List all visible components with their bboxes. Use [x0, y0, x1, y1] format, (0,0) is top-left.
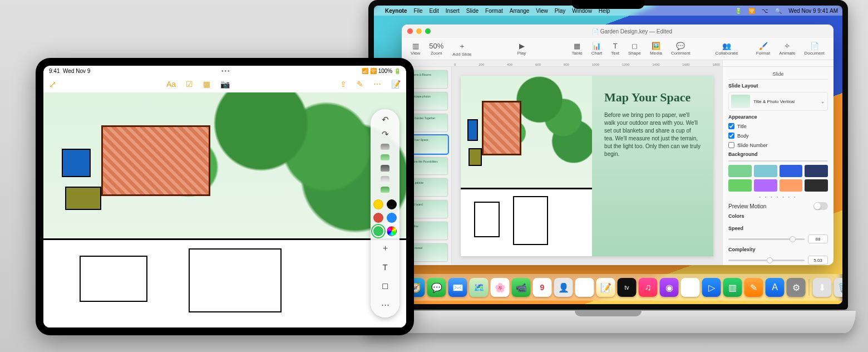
slide-image[interactable]	[461, 76, 592, 256]
view-button[interactable]: ▥View	[407, 42, 423, 56]
shape-button[interactable]: ◻︎Shape	[625, 42, 644, 56]
format-button[interactable]: 🖌️Format	[753, 42, 773, 56]
marker-tool[interactable]	[381, 154, 389, 160]
current-slide[interactable]: Map Your Space Before we bring pen to pa…	[461, 76, 713, 256]
seg-standard[interactable]: Standard	[729, 161, 778, 162]
menu-insert[interactable]: Insert	[446, 8, 460, 14]
menu-play[interactable]: Play	[555, 8, 565, 14]
menu-format[interactable]: Format	[485, 8, 503, 14]
dock-keynote-icon[interactable]: ▷	[702, 278, 721, 297]
menubar-clock[interactable]: Wed Nov 9 9:41 AM	[788, 8, 838, 14]
table-icon[interactable]: ▦	[203, 80, 210, 89]
dock-facetime-icon[interactable]: 📹	[512, 278, 531, 297]
dock-tv-icon[interactable]: tv	[618, 278, 637, 297]
multitask-dots[interactable]: •••	[221, 68, 231, 74]
dock-appstore-icon[interactable]: A	[766, 278, 785, 297]
dock-reminders-icon[interactable]: ≣	[575, 278, 594, 297]
complexity-slider[interactable]	[728, 260, 805, 261]
slide-layout-picker[interactable]: Title & Photo Vertical ⌄	[728, 92, 828, 111]
menu-file[interactable]: File	[413, 8, 422, 14]
preview-motion-toggle[interactable]	[813, 202, 828, 210]
menu-view[interactable]: View	[536, 8, 548, 14]
slide-body[interactable]: Before we bring pen to paper, we'll walk…	[604, 111, 701, 158]
menu-edit[interactable]: Edit	[430, 8, 439, 14]
palette-more-icon[interactable]: ⋯	[378, 297, 392, 312]
exit-fullscreen-icon[interactable]: ⤢	[49, 79, 56, 90]
bg-swatch-1[interactable]	[754, 165, 777, 177]
collaborate-button[interactable]: 👥Collaborate	[712, 42, 741, 56]
animate-button[interactable]: ✧Animate	[776, 42, 798, 56]
title-checkbox[interactable]: Title	[728, 123, 828, 129]
dock-contacts-icon[interactable]: 👤	[554, 278, 573, 297]
dock-numbers-icon[interactable]: ▥	[723, 278, 742, 297]
window-titlebar[interactable]: 📄 Garden Design.key — Edited	[402, 25, 834, 38]
share-icon[interactable]: ⇪	[340, 80, 347, 89]
crayon-tool[interactable]	[381, 187, 389, 193]
bg-swatch-7[interactable]	[805, 179, 828, 192]
swatch-black[interactable]	[387, 199, 397, 209]
slide-heading[interactable]: Map Your Space	[604, 90, 701, 105]
document-button[interactable]: 📄Document	[801, 42, 828, 56]
swatch-page-dots[interactable]: • • • • • • •	[728, 195, 828, 199]
dock-downloads-icon[interactable]: ⬇︎	[813, 278, 832, 297]
bg-swatch-6[interactable]	[780, 179, 803, 192]
menu-arrange[interactable]: Arrange	[510, 8, 530, 14]
wifi-icon[interactable]: 🛜	[748, 8, 755, 14]
table-button[interactable]: ▦Table	[569, 42, 586, 56]
bg-swatch-2[interactable]	[780, 165, 803, 177]
app-menu[interactable]: Keynote	[385, 8, 407, 14]
swatch-green[interactable]	[373, 226, 383, 236]
dock-settings-icon[interactable]: ⚙︎	[787, 278, 806, 297]
bg-swatch-4[interactable]	[728, 179, 752, 192]
slide-number-checkbox[interactable]: Slide Number	[728, 142, 828, 148]
zoom-button[interactable]: 50%Zoom	[426, 42, 447, 56]
text-style-icon[interactable]: Aa	[166, 80, 176, 89]
dock-trash-icon[interactable]: 🗑️	[834, 278, 843, 297]
swatch-blue[interactable]	[387, 213, 397, 223]
checklist-icon[interactable]: ☑︎	[186, 80, 193, 89]
dock-maps-icon[interactable]: 🗺️	[470, 278, 489, 297]
dock-notes-icon[interactable]: 📝	[596, 278, 615, 297]
bg-swatch-3[interactable]	[805, 165, 828, 177]
dock-podcasts-icon[interactable]: ◉	[660, 278, 679, 297]
chart-button[interactable]: 📊Chart	[588, 42, 606, 56]
speed-slider[interactable]	[728, 238, 805, 240]
swatch-red[interactable]	[373, 213, 383, 223]
dock-calendar-icon[interactable]: 9	[533, 278, 552, 297]
control-center-icon[interactable]: ⌥	[762, 8, 768, 14]
notes-canvas[interactable]: ↶ ↷ ＋ T ◻︎ ⋯	[43, 92, 406, 327]
text-tool-icon[interactable]: T	[378, 260, 392, 274]
speed-value[interactable]: 88	[808, 234, 828, 243]
spotlight-icon[interactable]: 🔍	[775, 8, 782, 14]
add-icon[interactable]: ＋	[378, 241, 392, 255]
battery-icon[interactable]: 🔋	[735, 8, 742, 14]
body-checkbox[interactable]: Body	[728, 133, 828, 139]
menu-slide[interactable]: Slide	[466, 8, 479, 14]
dock-photos-icon[interactable]: 🌸	[491, 278, 510, 297]
shapes-icon[interactable]: ◻︎	[378, 278, 392, 293]
markup-icon[interactable]: ✎	[357, 80, 363, 89]
play-button[interactable]: ▶Play	[514, 42, 530, 56]
bg-swatch-0[interactable]	[728, 165, 752, 177]
pen-tool[interactable]	[381, 144, 389, 150]
inspector-tab-slide[interactable]: Slide	[728, 71, 828, 80]
dock-pages-icon[interactable]: ✎	[744, 278, 763, 297]
swatch-picker[interactable]	[387, 226, 397, 236]
pencil-tool[interactable]	[381, 165, 389, 171]
add-slide-button[interactable]: ＋Add Slide	[449, 41, 475, 57]
dock-mail-icon[interactable]: ✉️	[448, 278, 467, 297]
comment-button[interactable]: 💬Comment	[668, 42, 694, 56]
more-icon[interactable]: ⋯	[373, 80, 381, 89]
swatch-yellow[interactable]	[373, 199, 383, 209]
redo-icon[interactable]: ↷	[378, 129, 392, 139]
dock-news-icon[interactable]: N	[681, 278, 700, 297]
background-segmented[interactable]: Standard Dynamic	[728, 160, 828, 162]
text-button[interactable]: TText	[608, 42, 623, 56]
media-button[interactable]: 🖼️Media	[647, 42, 665, 56]
complexity-value[interactable]: 5.03	[808, 256, 828, 265]
seg-dynamic[interactable]: Dynamic	[778, 161, 828, 162]
minimize-window-icon[interactable]	[416, 28, 422, 34]
eraser-tool[interactable]	[381, 176, 389, 182]
dock-messages-icon[interactable]: 💬	[427, 278, 446, 297]
camera-icon[interactable]: 📷	[220, 80, 230, 89]
